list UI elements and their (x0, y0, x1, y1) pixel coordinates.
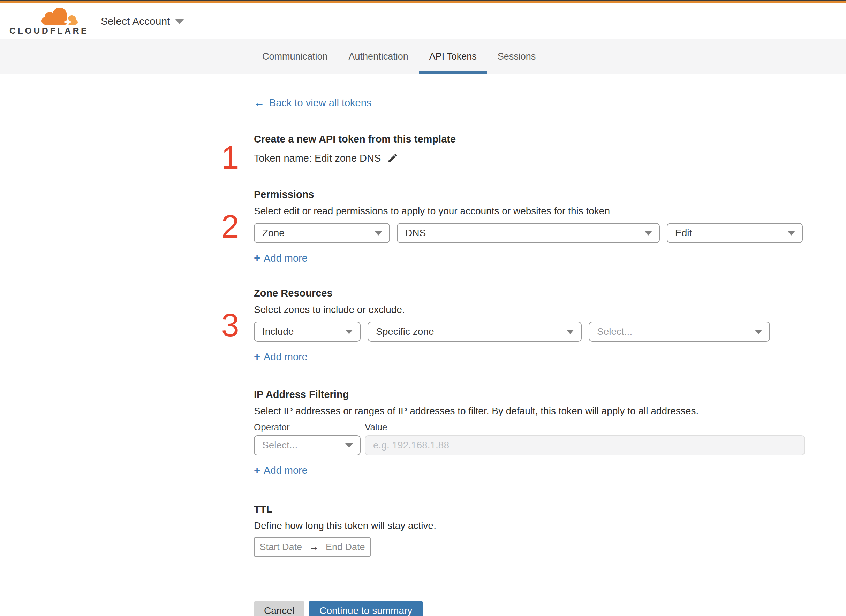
zone-resources-section: Zone Resources Select zones to include o… (254, 287, 805, 363)
edit-pencil-icon[interactable] (387, 153, 398, 164)
zone-resources-row: Include Specific zone Select... (254, 321, 805, 342)
value-label: Value (365, 422, 387, 433)
chevron-down-icon (566, 330, 574, 334)
chevron-down-icon (345, 330, 353, 334)
permissions-title: Permissions (254, 189, 805, 200)
permissions-row: Zone DNS Edit (254, 223, 805, 243)
start-date-placeholder: Start Date (259, 542, 302, 553)
ttl-section: TTL Define how long this token will stay… (254, 503, 805, 557)
ttl-date-range-picker[interactable]: Start Date → End Date (254, 537, 371, 557)
zone-resources-title: Zone Resources (254, 287, 805, 299)
arrow-right-icon: → (309, 541, 319, 553)
chevron-down-icon (375, 231, 382, 236)
continue-to-summary-button[interactable]: Continue to summary (309, 601, 423, 616)
token-name-text: Token name: Edit zone DNS (254, 151, 381, 165)
ip-filtering-section: IP Address Filtering Select IP addresses… (254, 389, 805, 476)
ip-filtering-row: Select... (254, 435, 805, 455)
zone-include-select[interactable]: Include (254, 321, 360, 342)
chevron-down-icon (345, 443, 353, 448)
permissions-section: Permissions Select edit or read permissi… (254, 189, 805, 264)
zone-resources-description: Select zones to include or exclude. (254, 304, 805, 316)
ip-operator-select[interactable]: Select... (254, 435, 360, 455)
back-arrow-icon: ← (254, 97, 265, 109)
tab-api-tokens[interactable]: API Tokens (419, 40, 487, 74)
ip-value-input[interactable] (365, 435, 805, 455)
footer-actions: Cancel Continue to summary (254, 601, 805, 616)
cloudflare-api-token-page: CLOUDFLARE Select Account Communication … (0, 0, 846, 616)
create-token-title: Create a new API token from this templat… (254, 133, 805, 145)
chevron-down-icon (787, 231, 795, 236)
cloudflare-logo[interactable]: CLOUDFLARE (9, 7, 79, 36)
profile-tabbar: Communication Authentication API Tokens … (0, 40, 846, 74)
cancel-button[interactable]: Cancel (254, 601, 305, 616)
tab-sessions[interactable]: Sessions (487, 40, 546, 74)
permission-scope-select[interactable]: Zone (254, 223, 390, 243)
ip-filtering-add-more-link[interactable]: + Add more (254, 465, 308, 476)
main-content: ← Back to view all tokens Create a new A… (0, 74, 805, 616)
end-date-placeholder: End Date (326, 542, 365, 553)
operator-label: Operator (254, 422, 365, 433)
plus-icon: + (254, 465, 260, 476)
footer-divider (254, 590, 805, 590)
permissions-add-more-link[interactable]: + Add more (254, 252, 308, 264)
chevron-down-icon (175, 19, 184, 24)
tab-communication[interactable]: Communication (252, 40, 338, 74)
ttl-description: Define how long this token will stay act… (254, 520, 805, 532)
token-name-section: Create a new API token from this templat… (254, 133, 805, 165)
app-header: CLOUDFLARE Select Account (0, 3, 846, 40)
ip-filtering-labels: Operator Value (254, 422, 805, 433)
plus-icon: + (254, 252, 260, 264)
permission-service-select[interactable]: DNS (397, 223, 660, 243)
ip-filtering-title: IP Address Filtering (254, 389, 805, 400)
logo-wordmark: CLOUDFLARE (9, 26, 79, 36)
zone-type-select[interactable]: Specific zone (368, 321, 582, 342)
zone-resources-add-more-link[interactable]: + Add more (254, 351, 308, 363)
back-link-label: Back to view all tokens (269, 97, 371, 109)
ttl-title: TTL (254, 503, 805, 515)
plus-icon: + (254, 351, 260, 363)
permissions-description: Select edit or read permissions to apply… (254, 205, 805, 217)
chevron-down-icon (644, 231, 652, 236)
ip-filtering-description: Select IP addresses or ranges of IP addr… (254, 405, 805, 417)
tab-authentication[interactable]: Authentication (338, 40, 419, 74)
token-name-row: Token name: Edit zone DNS (254, 151, 805, 165)
back-to-tokens-link[interactable]: ← Back to view all tokens (254, 97, 371, 109)
zone-picker-select[interactable]: Select... (589, 321, 770, 342)
account-selector[interactable]: Select Account (101, 15, 184, 27)
chevron-down-icon (755, 330, 762, 334)
cloudflare-cloud-icon (40, 7, 78, 25)
account-selector-label: Select Account (101, 15, 170, 27)
permission-access-select[interactable]: Edit (667, 223, 803, 243)
